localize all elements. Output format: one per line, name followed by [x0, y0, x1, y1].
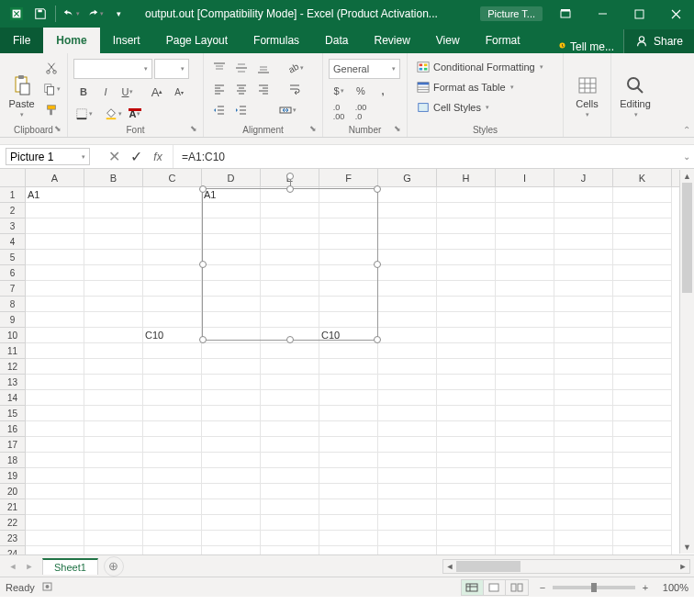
cell-J19[interactable] — [554, 468, 613, 484]
cell-C12[interactable] — [143, 359, 202, 375]
tab-view[interactable]: View — [423, 28, 473, 53]
font-name-combo[interactable]: ▾ — [73, 59, 152, 79]
cell-A3[interactable] — [26, 218, 84, 234]
col-header-J[interactable]: J — [554, 169, 613, 186]
cell-G16[interactable] — [378, 421, 437, 437]
cell-B22[interactable] — [84, 515, 143, 531]
cell-C22[interactable] — [143, 515, 202, 531]
maximize-button[interactable] — [621, 0, 657, 28]
row-header-5[interactable]: 5 — [0, 250, 26, 265]
cell-A6[interactable] — [26, 265, 84, 281]
cell-H16[interactable] — [437, 421, 496, 437]
font-color-button[interactable]: A▾ — [125, 105, 145, 123]
cell-C13[interactable] — [143, 375, 202, 390]
cell-G3[interactable] — [378, 218, 437, 234]
row-header-2[interactable]: 2 — [0, 203, 26, 218]
cell-I9[interactable] — [496, 312, 554, 328]
cell-E12[interactable] — [261, 359, 319, 375]
shrink-font-button[interactable]: A▾ — [169, 83, 189, 101]
resize-handle-e[interactable] — [374, 261, 381, 268]
cell-G17[interactable] — [378, 437, 437, 453]
name-box[interactable]: Picture 1▾ — [6, 148, 90, 165]
enter-formula-button[interactable]: ✓ — [125, 149, 147, 165]
cell-D20[interactable] — [202, 484, 261, 499]
save-button[interactable] — [29, 3, 51, 25]
cell-K8[interactable] — [613, 297, 672, 312]
cell-B21[interactable] — [84, 499, 143, 515]
cell-J2[interactable] — [554, 203, 613, 218]
cell-C6[interactable] — [143, 265, 202, 281]
cell-J8[interactable] — [554, 297, 613, 312]
cell-B24[interactable] — [84, 546, 143, 554]
cell-H21[interactable] — [437, 499, 496, 515]
cell-C3[interactable] — [143, 218, 202, 234]
h-scroll-thumb[interactable] — [456, 561, 520, 572]
cell-B20[interactable] — [84, 484, 143, 499]
cell-H17[interactable] — [437, 437, 496, 453]
cell-E23[interactable] — [261, 531, 319, 546]
cell-C15[interactable] — [143, 406, 202, 421]
cell-E13[interactable] — [261, 375, 319, 390]
undo-button[interactable]: ▾ — [60, 3, 82, 25]
cell-G7[interactable] — [378, 281, 437, 297]
cell-I24[interactable] — [496, 546, 554, 554]
cell-B10[interactable] — [84, 328, 143, 343]
cell-C20[interactable] — [143, 484, 202, 499]
cell-B18[interactable] — [84, 453, 143, 468]
add-sheet-button[interactable]: ⊕ — [104, 556, 124, 577]
cell-G4[interactable] — [378, 234, 437, 250]
cell-A10[interactable] — [26, 328, 84, 343]
cell-D16[interactable] — [202, 421, 261, 437]
cell-J24[interactable] — [554, 546, 613, 554]
cell-A9[interactable] — [26, 312, 84, 328]
cell-D17[interactable] — [202, 437, 261, 453]
cell-H20[interactable] — [437, 484, 496, 499]
scroll-right-button[interactable]: ► — [677, 562, 689, 571]
bold-button[interactable]: B — [73, 83, 94, 101]
grow-font-button[interactable]: A▴ — [147, 83, 167, 101]
cell-H5[interactable] — [437, 250, 496, 265]
scroll-left-button[interactable]: ◄ — [443, 562, 456, 571]
collapse-ribbon-button[interactable]: ⌃ — [683, 125, 690, 135]
row-header-20[interactable]: 20 — [0, 484, 26, 499]
font-launcher[interactable]: ⬊ — [190, 124, 201, 135]
cell-K18[interactable] — [613, 453, 672, 468]
cell-E17[interactable] — [261, 437, 319, 453]
zoom-out-button[interactable]: − — [536, 581, 549, 594]
tab-file[interactable]: File — [0, 28, 43, 53]
cell-H15[interactable] — [437, 406, 496, 421]
cell-G24[interactable] — [378, 546, 437, 554]
cell-C21[interactable] — [143, 499, 202, 515]
col-header-A[interactable]: A — [26, 169, 84, 186]
cell-J6[interactable] — [554, 265, 613, 281]
cell-B4[interactable] — [84, 234, 143, 250]
row-header-6[interactable]: 6 — [0, 265, 26, 281]
cell-I1[interactable] — [496, 187, 554, 203]
comma-button[interactable]: , — [373, 82, 393, 100]
zoom-slider[interactable] — [553, 586, 635, 589]
expand-formula-bar-button[interactable]: ⌄ — [679, 145, 694, 168]
cell-A18[interactable] — [26, 453, 84, 468]
cell-F18[interactable] — [319, 453, 378, 468]
cell-K15[interactable] — [613, 406, 672, 421]
cell-B8[interactable] — [84, 297, 143, 312]
cell-D22[interactable] — [202, 515, 261, 531]
cell-D11[interactable] — [202, 343, 261, 359]
tab-format[interactable]: Format — [473, 28, 533, 53]
row-header-19[interactable]: 19 — [0, 468, 26, 484]
cell-I14[interactable] — [496, 390, 554, 406]
cell-C8[interactable] — [143, 297, 202, 312]
cell-F24[interactable] — [319, 546, 378, 554]
cell-J17[interactable] — [554, 437, 613, 453]
cell-E20[interactable] — [261, 484, 319, 499]
percent-button[interactable]: % — [351, 82, 371, 100]
cell-B9[interactable] — [84, 312, 143, 328]
rotate-handle[interactable] — [286, 173, 294, 180]
cell-G9[interactable] — [378, 312, 437, 328]
cell-C14[interactable] — [143, 390, 202, 406]
cell-A16[interactable] — [26, 421, 84, 437]
resize-handle-sw[interactable] — [199, 336, 207, 343]
cell-E22[interactable] — [261, 515, 319, 531]
tab-insert[interactable]: Insert — [100, 28, 153, 53]
cell-H24[interactable] — [437, 546, 496, 554]
